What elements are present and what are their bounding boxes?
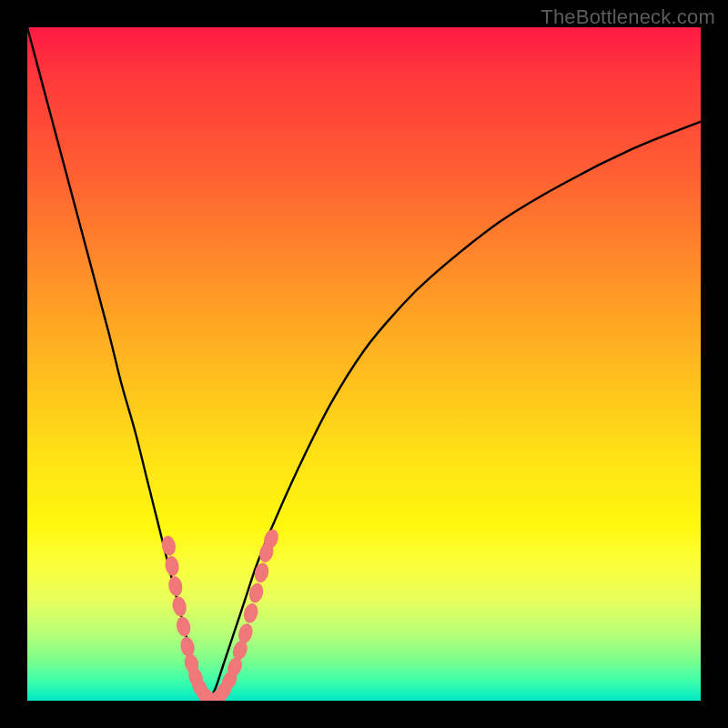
highlight-dot	[167, 575, 184, 597]
watermark-text: TheBottleneck.com	[541, 5, 715, 29]
right-curve	[209, 122, 701, 701]
highlight-dot	[171, 595, 188, 618]
highlight-dot	[253, 561, 271, 584]
highlight-dot	[175, 615, 192, 638]
curves-layer	[27, 27, 701, 701]
plot-area	[27, 27, 701, 701]
chart-frame: TheBottleneck.com	[0, 0, 728, 728]
highlight-dot	[242, 602, 260, 624]
